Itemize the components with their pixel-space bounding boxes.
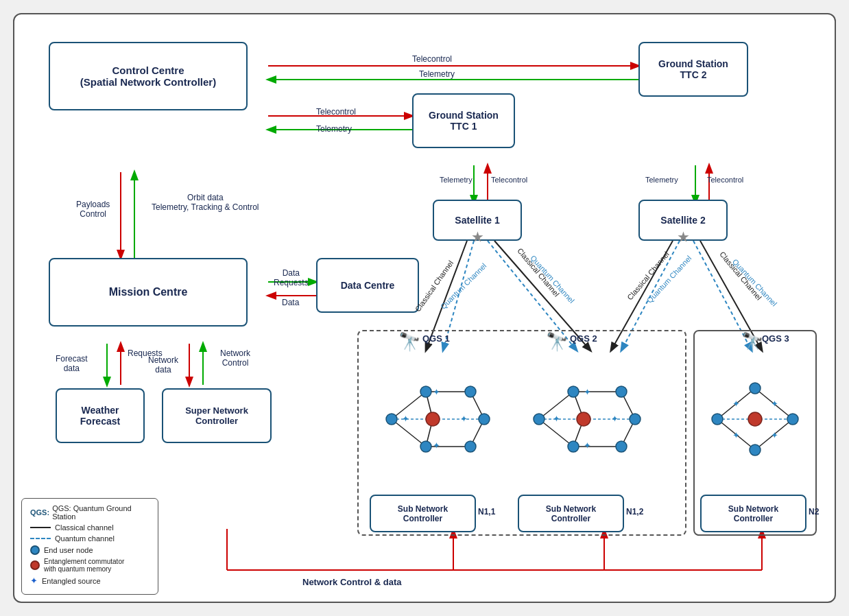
svg-text:✦: ✦ <box>611 414 619 424</box>
telemetry-top-label: Telemetry <box>419 69 455 79</box>
svg-text:✦: ✦ <box>433 387 440 397</box>
payloads-control-label: Payloads Control <box>76 200 110 219</box>
svg-point-42 <box>479 414 490 425</box>
svg-text:✦: ✦ <box>460 414 468 424</box>
classical-channel-sat2-right-label: Classical Channel <box>718 250 763 301</box>
legend-end-user-text: End user node <box>44 546 93 554</box>
data-centre-box: Data Centre <box>316 258 419 313</box>
svg-point-66 <box>616 386 627 397</box>
data-label: Data <box>282 298 299 307</box>
satellite2-box: Satellite 2 ★ <box>638 200 728 241</box>
svg-point-68 <box>577 412 590 426</box>
svg-point-41 <box>386 414 397 425</box>
n2-label: N2 <box>809 507 819 517</box>
network-data-label: Network data <box>148 355 178 375</box>
svg-text:✦: ✦ <box>402 414 409 424</box>
mission-centre-label: Mission Centre <box>109 286 188 298</box>
qgs2-dome: 🔭 <box>546 331 568 353</box>
mission-centre-box: Mission Centre <box>49 258 248 327</box>
classical-channel-sat1-qgs2-label: Classical Channel <box>516 246 561 298</box>
sub-network-n11-box: Sub Network Controller <box>370 495 476 532</box>
svg-point-47 <box>426 412 440 426</box>
telecontrol-right-label: Telecontrol <box>707 176 743 184</box>
data-centre-label: Data Centre <box>341 280 395 291</box>
network-control-data-label: Network Control & data <box>302 577 401 587</box>
svg-point-67 <box>616 441 627 452</box>
control-centre-box: Control Centre (Spatial Network Controll… <box>49 42 248 110</box>
svg-text:✦: ✦ <box>433 440 440 451</box>
svg-point-63 <box>630 414 641 425</box>
sub-network-n2-label: Sub Network Controller <box>728 504 778 523</box>
qgs3-label: QGS 3 <box>762 333 789 344</box>
svg-point-83 <box>748 412 762 426</box>
svg-point-64 <box>568 386 579 397</box>
telemetry-mid-label: Telemetry <box>316 124 352 134</box>
qgs1-network: ✦ ✦ ✦ ✦ <box>364 351 501 484</box>
quantum-channel-sat1-qgs2-label: Quantum Channel <box>529 254 576 305</box>
legend-quantum-text: Quantum channel <box>55 534 115 543</box>
legend-entanglement: Entanglement commutator with quantum mem… <box>30 558 150 573</box>
ground-station-ttc2-label: Ground Station TTC 2 <box>658 58 728 80</box>
svg-point-44 <box>420 441 431 452</box>
svg-point-82 <box>750 445 761 455</box>
qgs3-dome: 🔭 <box>741 331 763 353</box>
n12-label: N1,2 <box>626 507 643 517</box>
n11-label: N1,1 <box>478 507 495 517</box>
svg-point-62 <box>534 414 545 425</box>
ground-station-ttc1-label: Ground Station TTC 1 <box>429 110 499 132</box>
qgs1-dome: 🔭 <box>398 331 420 353</box>
svg-text:✦: ✦ <box>771 430 778 440</box>
sub-network-n11-label: Sub Network Controller <box>398 504 448 523</box>
super-network-controller-label: Super Network Controller <box>185 405 248 426</box>
qgs1-label: QGS 1 <box>422 333 450 344</box>
legend-qgs-text: QGS: Quantum Ground Station <box>52 504 150 521</box>
svg-point-43 <box>420 386 431 397</box>
telecontrol-sat1-label: Telecontrol <box>491 176 527 184</box>
svg-point-65 <box>568 441 579 452</box>
legend-classical: Classical channel <box>30 523 150 532</box>
svg-point-80 <box>787 414 798 425</box>
legend-quantum: Quantum channel <box>30 534 150 543</box>
quantum-channel-sat2-left-label: Quantum Channel <box>645 254 693 304</box>
svg-text:✦: ✦ <box>771 399 778 409</box>
svg-point-79 <box>712 414 723 425</box>
svg-text:✦: ✦ <box>584 387 591 397</box>
satellite1-label: Satellite 1 <box>455 215 499 226</box>
telecontrol-top-label: Telecontrol <box>412 54 452 64</box>
control-centre-label: Control Centre (Spatial Network Controll… <box>80 64 216 88</box>
orbit-data-label: Orbit data Telemetry, Tracking & Control <box>152 193 259 212</box>
legend-entangled-source-text: Entangled source <box>42 577 101 585</box>
svg-text:✦: ✦ <box>732 399 740 409</box>
legend-box: QGS: QGS: Quantum Ground Station Classic… <box>21 498 158 595</box>
satellite1-box: Satellite 1 ★ <box>433 200 522 241</box>
sub-network-n12-box: Sub Network Controller <box>518 495 624 532</box>
svg-point-46 <box>465 441 476 452</box>
telecontrol-mid-label: Telecontrol <box>316 107 356 117</box>
telemetry-right-label: Telemetry <box>645 176 678 184</box>
quantum-channel-sat2-right-label: Quantum Channel <box>731 257 779 307</box>
svg-text:✦: ✦ <box>553 414 560 424</box>
telemetry-sat1-label: Telemetry <box>440 176 473 184</box>
weather-forecast-label: Weather Forecast <box>80 405 120 427</box>
qgs2-network: ✦ ✦ ✦ ✦ <box>518 351 649 484</box>
svg-text:✦: ✦ <box>584 440 591 451</box>
legend-qgs: QGS: QGS: Quantum Ground Station <box>30 504 150 521</box>
classical-channel-sat2-left-label: Classical Channel <box>625 250 671 301</box>
legend-entanglement-text: Entanglement commutator with quantum mem… <box>44 558 124 573</box>
ground-station-ttc2-box: Ground Station TTC 2 <box>638 42 748 97</box>
qgs3-network: ✦ ✦ ✦ ✦ <box>697 351 813 484</box>
network-control-label: Network Control <box>220 348 250 368</box>
legend-entangled-source: ✦ Entangled source <box>30 576 150 586</box>
sub-network-n2-box: Sub Network Controller <box>700 495 806 532</box>
sub-network-n12-label: Sub Network Controller <box>546 504 596 523</box>
svg-point-81 <box>750 383 761 394</box>
satellite2-label: Satellite 2 <box>660 215 705 226</box>
legend-end-user: End user node <box>30 545 150 555</box>
data-requests-label: Data Requests <box>274 268 309 287</box>
svg-point-45 <box>465 386 476 397</box>
legend-classical-text: Classical channel <box>55 523 114 532</box>
svg-text:✦: ✦ <box>732 430 740 440</box>
weather-forecast-box: Weather Forecast <box>56 388 145 443</box>
super-network-controller-box: Super Network Controller <box>162 388 272 443</box>
qgs2-label: QGS 2 <box>570 333 597 344</box>
